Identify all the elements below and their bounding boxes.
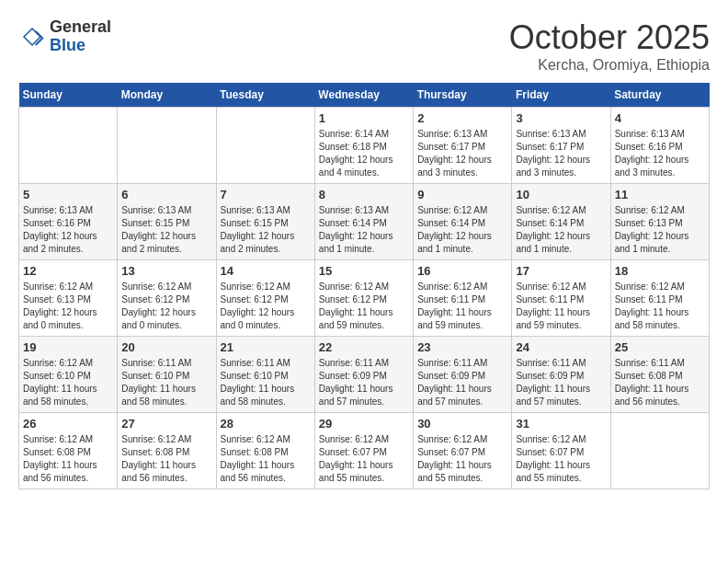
day-info: Sunrise: 6:12 AM Sunset: 6:12 PM Dayligh…: [221, 281, 311, 332]
day-info: Sunrise: 6:13 AM Sunset: 6:15 PM Dayligh…: [221, 204, 311, 256]
day-number: 1: [319, 111, 409, 125]
calendar-week-2: 5Sunrise: 6:13 AM Sunset: 6:16 PM Daylig…: [19, 184, 710, 260]
day-info: Sunrise: 6:12 AM Sunset: 6:07 PM Dayligh…: [516, 433, 606, 485]
day-info: Sunrise: 6:12 AM Sunset: 6:08 PM Dayligh…: [121, 433, 211, 485]
day-info: Sunrise: 6:11 AM Sunset: 6:08 PM Dayligh…: [615, 357, 705, 408]
day-number: 21: [221, 340, 311, 354]
day-number: 29: [319, 417, 409, 431]
calendar-cell: 17Sunrise: 6:12 AM Sunset: 6:11 PM Dayli…: [512, 260, 610, 337]
day-number: 22: [319, 340, 409, 354]
day-info: Sunrise: 6:12 AM Sunset: 6:14 PM Dayligh…: [516, 204, 606, 256]
location-title: Kercha, Oromiya, Ethiopia: [509, 57, 710, 74]
calendar-cell: 23Sunrise: 6:11 AM Sunset: 6:09 PM Dayli…: [414, 337, 512, 413]
calendar-cell: 29Sunrise: 6:12 AM Sunset: 6:07 PM Dayli…: [314, 413, 413, 489]
day-header-friday: Friday: [512, 83, 610, 108]
calendar-cell: 9Sunrise: 6:12 AM Sunset: 6:14 PM Daylig…: [414, 184, 512, 260]
day-number: 14: [221, 264, 311, 278]
day-number: 27: [121, 417, 211, 431]
day-info: Sunrise: 6:11 AM Sunset: 6:09 PM Dayligh…: [516, 357, 606, 408]
calendar-cell: 30Sunrise: 6:12 AM Sunset: 6:07 PM Dayli…: [414, 413, 512, 489]
day-info: Sunrise: 6:12 AM Sunset: 6:11 PM Dayligh…: [615, 281, 705, 332]
day-info: Sunrise: 6:13 AM Sunset: 6:16 PM Dayligh…: [615, 128, 705, 179]
calendar-week-1: 1Sunrise: 6:14 AM Sunset: 6:18 PM Daylig…: [19, 108, 710, 184]
day-info: Sunrise: 6:14 AM Sunset: 6:18 PM Dayligh…: [319, 128, 409, 179]
calendar-week-5: 26Sunrise: 6:12 AM Sunset: 6:08 PM Dayli…: [19, 413, 710, 489]
day-info: Sunrise: 6:12 AM Sunset: 6:07 PM Dayligh…: [319, 433, 409, 485]
calendar-cell: 5Sunrise: 6:13 AM Sunset: 6:16 PM Daylig…: [19, 184, 118, 260]
day-info: Sunrise: 6:13 AM Sunset: 6:17 PM Dayligh…: [516, 128, 606, 179]
calendar-cell: 10Sunrise: 6:12 AM Sunset: 6:14 PM Dayli…: [512, 184, 610, 260]
day-number: 9: [417, 188, 507, 201]
day-number: 19: [23, 340, 113, 354]
calendar-cell: 25Sunrise: 6:11 AM Sunset: 6:08 PM Dayli…: [610, 337, 709, 413]
day-number: 26: [23, 417, 113, 431]
logo-general-text: General: [50, 17, 111, 36]
calendar-header-row: SundayMondayTuesdayWednesdayThursdayFrid…: [19, 83, 710, 108]
calendar-cell: 26Sunrise: 6:12 AM Sunset: 6:08 PM Dayli…: [19, 413, 118, 489]
day-info: Sunrise: 6:11 AM Sunset: 6:09 PM Dayligh…: [417, 357, 507, 408]
calendar-cell: 13Sunrise: 6:12 AM Sunset: 6:12 PM Dayli…: [118, 260, 216, 337]
calendar-cell: [216, 108, 314, 184]
day-number: 23: [417, 340, 507, 354]
day-number: 17: [516, 264, 606, 278]
logo-blue-text: Blue: [50, 36, 85, 54]
day-header-thursday: Thursday: [414, 83, 512, 108]
day-number: 18: [615, 264, 705, 278]
calendar-cell: 15Sunrise: 6:12 AM Sunset: 6:12 PM Dayli…: [314, 260, 413, 337]
day-header-saturday: Saturday: [610, 83, 709, 108]
day-number: 6: [121, 188, 211, 201]
day-number: 30: [417, 417, 507, 431]
day-number: 25: [615, 340, 705, 354]
calendar-cell: 31Sunrise: 6:12 AM Sunset: 6:07 PM Dayli…: [512, 413, 610, 489]
month-title: October 2025: [509, 18, 710, 57]
day-info: Sunrise: 6:13 AM Sunset: 6:15 PM Dayligh…: [121, 204, 211, 256]
calendar-cell: 24Sunrise: 6:11 AM Sunset: 6:09 PM Dayli…: [512, 337, 610, 413]
day-number: 13: [121, 264, 211, 278]
calendar-cell: 16Sunrise: 6:12 AM Sunset: 6:11 PM Dayli…: [414, 260, 512, 337]
calendar-cell: 11Sunrise: 6:12 AM Sunset: 6:13 PM Dayli…: [610, 184, 709, 260]
calendar-week-4: 19Sunrise: 6:12 AM Sunset: 6:10 PM Dayli…: [19, 337, 710, 413]
day-info: Sunrise: 6:12 AM Sunset: 6:12 PM Dayligh…: [319, 281, 409, 332]
day-number: 12: [23, 264, 113, 278]
logo: General Blue: [18, 18, 111, 55]
day-number: 10: [516, 188, 606, 201]
calendar-cell: 18Sunrise: 6:12 AM Sunset: 6:11 PM Dayli…: [610, 260, 709, 337]
calendar-table: SundayMondayTuesdayWednesdayThursdayFrid…: [18, 83, 710, 489]
day-number: 8: [319, 188, 409, 201]
calendar-cell: 4Sunrise: 6:13 AM Sunset: 6:16 PM Daylig…: [610, 108, 709, 184]
calendar-cell: 8Sunrise: 6:13 AM Sunset: 6:14 PM Daylig…: [314, 184, 413, 260]
day-info: Sunrise: 6:11 AM Sunset: 6:09 PM Dayligh…: [319, 357, 409, 408]
calendar-cell: 20Sunrise: 6:11 AM Sunset: 6:10 PM Dayli…: [118, 337, 216, 413]
day-info: Sunrise: 6:12 AM Sunset: 6:13 PM Dayligh…: [615, 204, 705, 256]
day-number: 11: [615, 188, 705, 201]
title-section: October 2025 Kercha, Oromiya, Ethiopia: [509, 18, 710, 74]
day-number: 16: [417, 264, 507, 278]
day-info: Sunrise: 6:12 AM Sunset: 6:08 PM Dayligh…: [221, 433, 311, 485]
calendar-cell: 21Sunrise: 6:11 AM Sunset: 6:10 PM Dayli…: [216, 337, 314, 413]
calendar-cell: 3Sunrise: 6:13 AM Sunset: 6:17 PM Daylig…: [512, 108, 610, 184]
calendar-cell: [610, 413, 709, 489]
day-info: Sunrise: 6:12 AM Sunset: 6:11 PM Dayligh…: [516, 281, 606, 332]
calendar-cell: 2Sunrise: 6:13 AM Sunset: 6:17 PM Daylig…: [414, 108, 512, 184]
day-info: Sunrise: 6:13 AM Sunset: 6:16 PM Dayligh…: [23, 204, 113, 256]
day-info: Sunrise: 6:12 AM Sunset: 6:08 PM Dayligh…: [23, 433, 113, 485]
day-info: Sunrise: 6:13 AM Sunset: 6:14 PM Dayligh…: [319, 204, 409, 256]
day-info: Sunrise: 6:11 AM Sunset: 6:10 PM Dayligh…: [121, 357, 211, 408]
day-info: Sunrise: 6:12 AM Sunset: 6:07 PM Dayligh…: [417, 433, 507, 485]
day-number: 15: [319, 264, 409, 278]
calendar-cell: 7Sunrise: 6:13 AM Sunset: 6:15 PM Daylig…: [216, 184, 314, 260]
day-number: 4: [615, 111, 705, 125]
day-number: 31: [516, 417, 606, 431]
calendar-cell: 14Sunrise: 6:12 AM Sunset: 6:12 PM Dayli…: [216, 260, 314, 337]
day-number: 3: [516, 111, 606, 125]
day-header-monday: Monday: [118, 83, 216, 108]
day-number: 2: [417, 111, 507, 125]
calendar-cell: 19Sunrise: 6:12 AM Sunset: 6:10 PM Dayli…: [19, 337, 118, 413]
calendar-week-3: 12Sunrise: 6:12 AM Sunset: 6:13 PM Dayli…: [19, 260, 710, 337]
day-info: Sunrise: 6:12 AM Sunset: 6:13 PM Dayligh…: [23, 281, 113, 332]
day-header-wednesday: Wednesday: [314, 83, 413, 108]
day-number: 5: [23, 188, 113, 201]
calendar-cell: [118, 108, 216, 184]
calendar-cell: 12Sunrise: 6:12 AM Sunset: 6:13 PM Dayli…: [19, 260, 118, 337]
day-info: Sunrise: 6:12 AM Sunset: 6:10 PM Dayligh…: [23, 357, 113, 408]
